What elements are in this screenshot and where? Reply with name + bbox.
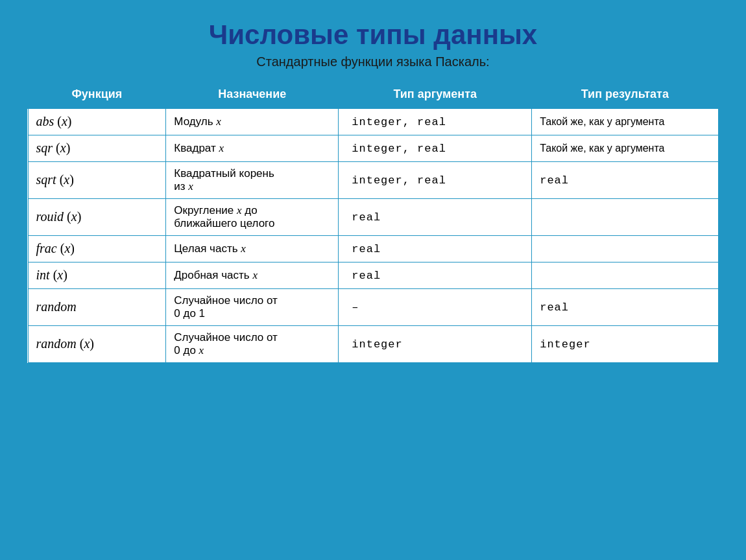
table-row: frac (x)Целая часть xreal — [28, 236, 718, 262]
desc-cell: Квадрат x — [166, 135, 339, 162]
table-row: randomСлучайное число от0 до 1–real — [28, 289, 718, 326]
table-row: rouid (x)Округление x доближайшего целог… — [28, 199, 718, 236]
restype-cell: Такой же, как у аргумента — [532, 108, 718, 135]
restype-cell — [532, 199, 718, 236]
argtype-cell: – — [339, 289, 532, 326]
func-cell: rouid (x) — [28, 199, 166, 236]
func-cell: int (x) — [28, 262, 166, 289]
restype-cell — [532, 236, 718, 262]
desc-cell: Целая часть x — [166, 236, 339, 262]
argtype-cell: integer, real — [339, 108, 532, 135]
argtype-cell: integer, real — [339, 162, 532, 199]
desc-cell: Округление x доближайшего целого — [166, 199, 339, 236]
page-title: Числовые типы данных — [209, 19, 537, 51]
argtype-cell: real — [339, 199, 532, 236]
func-cell: sqrt (x) — [28, 162, 166, 199]
func-cell: random (x) — [28, 326, 166, 363]
argtype-cell: real — [339, 236, 532, 262]
header-argtype: Тип аргумента — [339, 80, 532, 108]
main-table-wrapper: Функция Назначение Тип аргумента Тип рез… — [26, 78, 720, 364]
func-cell: abs (x) — [28, 108, 166, 135]
restype-cell — [532, 262, 718, 289]
header-func: Функция — [28, 80, 166, 108]
func-cell: random — [28, 289, 166, 326]
desc-cell: Случайное число от0 до x — [166, 326, 339, 363]
table-row: sqrt (x)Квадратный кореньиз xinteger, re… — [28, 162, 718, 199]
desc-cell: Случайное число от0 до 1 — [166, 289, 339, 326]
table-row: int (x)Дробная часть xreal — [28, 262, 718, 289]
argtype-cell: integer, real — [339, 135, 532, 162]
table-row: random (x)Случайное число от0 до xintege… — [28, 326, 718, 363]
restype-cell: real — [532, 162, 718, 199]
restype-cell: Такой же, как у аргумента — [532, 135, 718, 162]
restype-cell: real — [532, 289, 718, 326]
func-cell: frac (x) — [28, 236, 166, 262]
desc-cell: Дробная часть x — [166, 262, 339, 289]
table-header-row: Функция Назначение Тип аргумента Тип рез… — [28, 80, 718, 108]
restype-cell: integer — [532, 326, 718, 363]
header-restype: Тип результата — [532, 80, 718, 108]
page-subtitle: Стандартные функции языка Паскаль: — [256, 54, 489, 69]
desc-cell: Квадратный кореньиз x — [166, 162, 339, 199]
argtype-cell: integer — [339, 326, 532, 363]
func-cell: sqr (x) — [28, 135, 166, 162]
desc-cell: Модуль x — [166, 108, 339, 135]
argtype-cell: real — [339, 262, 532, 289]
table-row: sqr (x)Квадрат xinteger, realТакой же, к… — [28, 135, 718, 162]
table-row: abs (x)Модуль xinteger, realТакой же, ка… — [28, 108, 718, 135]
header-desc: Назначение — [166, 80, 339, 108]
functions-table: Функция Назначение Тип аргумента Тип рез… — [27, 80, 719, 363]
